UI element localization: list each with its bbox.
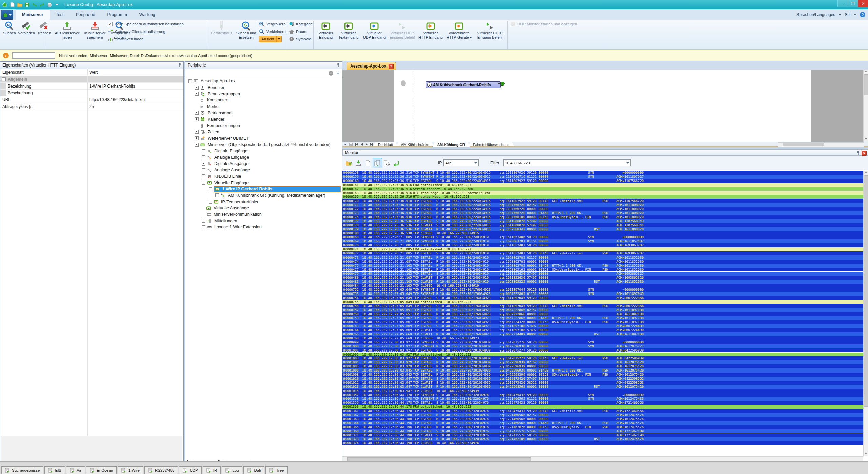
log-row[interactable]: 0000136010.48.166.22212:36:44.178FRW est… bbox=[342, 405, 863, 409]
log-row[interactable]: 0000048410.48.166.22212:26:21.105TCP CLO… bbox=[342, 284, 863, 288]
log-row[interactable]: 0000101310.48.166.22212:30:03.947TCP CLW… bbox=[342, 385, 863, 389]
expand-icon[interactable] bbox=[195, 136, 199, 140]
previous-sheet-icon[interactable] bbox=[361, 143, 363, 146]
log-row[interactable]: 0000137110.48.166.22212:36:44.198TCP CLW… bbox=[342, 433, 863, 437]
log-row[interactable]: 0000075310.48.166.22212:27:05.649TCP SYN… bbox=[342, 292, 863, 296]
chevron-down-icon[interactable] bbox=[276, 36, 281, 42]
pin-icon[interactable] bbox=[178, 63, 182, 67]
ribbon-option-1[interactable]: Gateway Clientaktualisierung bbox=[108, 29, 165, 34]
log-row[interactable]: 0000016310.48.166.22212:25:36.516HTC rea… bbox=[342, 191, 863, 195]
periphery-search-row[interactable]: ✕ bbox=[185, 69, 342, 78]
filter-combobox[interactable]: 10.48.166.223 bbox=[503, 159, 631, 166]
property-row[interactable]: Abfragezyklus [s]25 bbox=[0, 103, 183, 110]
log-row[interactable]: 0000047310.48.166.22212:26:21.087TCP EST… bbox=[342, 255, 863, 260]
tree-item[interactable]: MSMiniserver (Objektspeicherbedarf gesch… bbox=[195, 141, 341, 148]
log-row[interactable]: 0000018010.48.166.22212:25:36.538TCP CLO… bbox=[342, 231, 863, 235]
ribbon-tab-programm[interactable]: Programm bbox=[101, 9, 133, 20]
maximize-button[interactable]: ❐ bbox=[848, 0, 858, 7]
log-row[interactable]: 0000017910.48.166.22212:25:36.536TCP CLW… bbox=[342, 227, 863, 231]
log-row[interactable]: 0000016010.48.166.22212:25:36.516TCP EST… bbox=[342, 179, 863, 183]
expand-icon[interactable] bbox=[209, 200, 212, 204]
ribbon-option-0[interactable]: ✓Beim Speichern automatisch neustarten bbox=[108, 21, 184, 27]
log-row[interactable]: 0000015910.48.166.22212:25:36.516TCP SYN… bbox=[342, 175, 863, 179]
monitor-horizontal-scrollbar[interactable] bbox=[342, 456, 863, 461]
log-row[interactable]: 0000099910.48.166.22212:30:03.927TCP SYN… bbox=[342, 340, 863, 344]
close-icon[interactable]: x bbox=[389, 64, 394, 69]
checkbox-icon[interactable]: ✓ bbox=[108, 22, 113, 26]
tree-item[interactable]: CKonstanten bbox=[195, 97, 341, 103]
expand-icon[interactable] bbox=[202, 149, 205, 153]
ribbon-tab-test[interactable]: Test bbox=[50, 9, 70, 20]
dock-tab-udp[interactable]: UDP bbox=[179, 466, 201, 474]
document-tab[interactable]: Aesculap-Apo-Lox x bbox=[347, 62, 396, 70]
property-group-row[interactable]: Allgemein bbox=[0, 76, 183, 83]
block-output-connector[interactable] bbox=[501, 82, 505, 86]
tree-item[interactable]: Analoge Eingänge bbox=[202, 154, 341, 160]
ribbon-tab-peripherie[interactable]: Peripherie bbox=[70, 9, 101, 20]
ribbon-button-virtueller-udp[interactable]: Virtueller UDP Eingang Befehl bbox=[388, 20, 416, 47]
pin-icon[interactable] bbox=[336, 63, 340, 67]
log-row[interactable]: 0000137410.48.166.22212:36:44.198TCP CLO… bbox=[342, 441, 863, 445]
ribbon-button-ger-testatus[interactable]: Gerätestatus bbox=[208, 20, 235, 47]
log-row[interactable]: 0000101510.48.166.22212:30:03.947TCP CLO… bbox=[342, 389, 863, 393]
ribbon-button-virtueller[interactable]: Virtueller Texteingang bbox=[336, 20, 361, 47]
log-row[interactable]: 0000047010.48.166.22212:26:21.085TCP EST… bbox=[342, 243, 863, 247]
log-row[interactable]: 0000100110.48.166.22212:30:03.927TCP EST… bbox=[342, 348, 863, 353]
tree-item[interactable]: Fernbedienungen bbox=[195, 122, 341, 129]
log-row[interactable]: 0000075910.48.166.22212:27:05.667TCP EST… bbox=[342, 316, 863, 320]
log-row[interactable]: 0000100310.48.166.22212:30:03.927TCP EST… bbox=[342, 356, 863, 360]
app-menu-button[interactable] bbox=[1, 10, 13, 20]
log-row[interactable]: 0000075610.48.166.22212:27:05.649TCP EST… bbox=[342, 304, 863, 308]
copy-page-icon[interactable] bbox=[373, 158, 382, 168]
expand-icon[interactable] bbox=[215, 193, 219, 197]
save-icon[interactable] bbox=[24, 2, 30, 7]
log-row[interactable]: 0000075510.48.166.22212:27:05.649FRW est… bbox=[342, 300, 863, 304]
ribbon-button-suchen-und[interactable]: Suchen und Ersetzen bbox=[235, 20, 257, 47]
log-row[interactable]: 0000075710.48.166.22212:27:05.651TCP EST… bbox=[342, 308, 863, 312]
log-row[interactable]: 0000135810.48.166.22212:36:44.178TCP SYN… bbox=[342, 397, 863, 401]
tree-item[interactable]: Zeiten bbox=[195, 129, 341, 135]
collapse-icon[interactable] bbox=[188, 79, 192, 83]
ribbon-tab-wartung[interactable]: Wartung bbox=[133, 9, 161, 20]
collapse-icon[interactable] bbox=[209, 187, 212, 191]
tree-item[interactable]: 1-wLoxone 1-Wire Extension bbox=[202, 224, 341, 230]
collapse-icon[interactable] bbox=[2, 77, 6, 81]
expand-icon[interactable] bbox=[202, 155, 205, 159]
dock-tab-ir[interactable]: IR bbox=[203, 466, 221, 474]
clear-search-icon[interactable]: ✕ bbox=[329, 71, 333, 76]
log-row[interactable]: 0000047910.48.166.22212:26:21.103TCP EST… bbox=[342, 272, 863, 276]
last-sheet-icon[interactable] bbox=[370, 143, 373, 146]
log-row[interactable]: 0000076110.48.166.22212:27:05.667TCP EST… bbox=[342, 320, 863, 324]
monitor-vertical-scrollbar[interactable] bbox=[863, 171, 868, 456]
log-row[interactable]: 0000136810.48.166.22212:36:44.198TCP EST… bbox=[342, 429, 863, 433]
log-row[interactable]: 0000136610.48.166.22212:36:44.196TCP EST… bbox=[342, 425, 863, 429]
log-row[interactable]: 0000075210.48.166.22212:27:05.649TCP SYN… bbox=[342, 288, 863, 292]
ribbon-button-virtueller[interactable]: Virtueller Eingang bbox=[316, 20, 336, 47]
checkbox-icon[interactable] bbox=[511, 22, 515, 26]
filter-caret-icon[interactable] bbox=[337, 73, 339, 74]
ribbon-button-in-miniserver[interactable]: In Miniserver speichern bbox=[81, 20, 108, 47]
log-row[interactable]: 0000047410.48.166.22212:26:21.087TCP EST… bbox=[342, 260, 863, 264]
log-row[interactable]: 0000136110.48.166.22212:36:44.178TCP EST… bbox=[342, 409, 863, 413]
tree-item[interactable]: Digitale Eingänge bbox=[202, 148, 341, 154]
ribbon-button-virtueller-http[interactable]: Virtueller HTTP Eingang Befehl bbox=[474, 20, 506, 47]
tree-item[interactable]: Virtuelle Eingänge bbox=[202, 179, 341, 186]
close-button[interactable]: ✕ bbox=[858, 0, 868, 7]
expand-icon[interactable] bbox=[195, 130, 199, 134]
log-row[interactable]: 0000046910.48.166.22212:26:21.085TCP SYN… bbox=[342, 239, 863, 243]
sheet-tab-am-kühlung-gr[interactable]: AM-Kühlung-GR bbox=[432, 142, 470, 147]
log-row[interactable]: 0000017310.48.166.22212:25:36.536TCP EST… bbox=[342, 211, 863, 215]
sheet-navigation[interactable] bbox=[344, 143, 373, 146]
ribbon-button-verbinden[interactable]: Verbinden bbox=[17, 20, 36, 47]
expand-icon[interactable] bbox=[202, 162, 205, 166]
log-row[interactable]: 0000100810.48.166.22212:30:03.945TCP EST… bbox=[342, 373, 863, 377]
ribbon-button-virtueller[interactable]: Virtueller UDP Eingang bbox=[361, 20, 387, 47]
tree-item[interactable]: Benutzergruppen bbox=[195, 91, 341, 97]
open-log-icon[interactable] bbox=[344, 158, 354, 168]
back-arrow-icon[interactable] bbox=[392, 158, 401, 168]
tree-item[interactable]: KNX/EIB Linie bbox=[202, 173, 341, 180]
expand-icon[interactable] bbox=[202, 174, 205, 178]
ansicht-dropdown-button[interactable]: Ansicht bbox=[259, 36, 282, 42]
import-icon[interactable] bbox=[354, 158, 363, 168]
log-row[interactable]: 0000100510.48.166.22212:30:03.929TCP EST… bbox=[342, 364, 863, 368]
